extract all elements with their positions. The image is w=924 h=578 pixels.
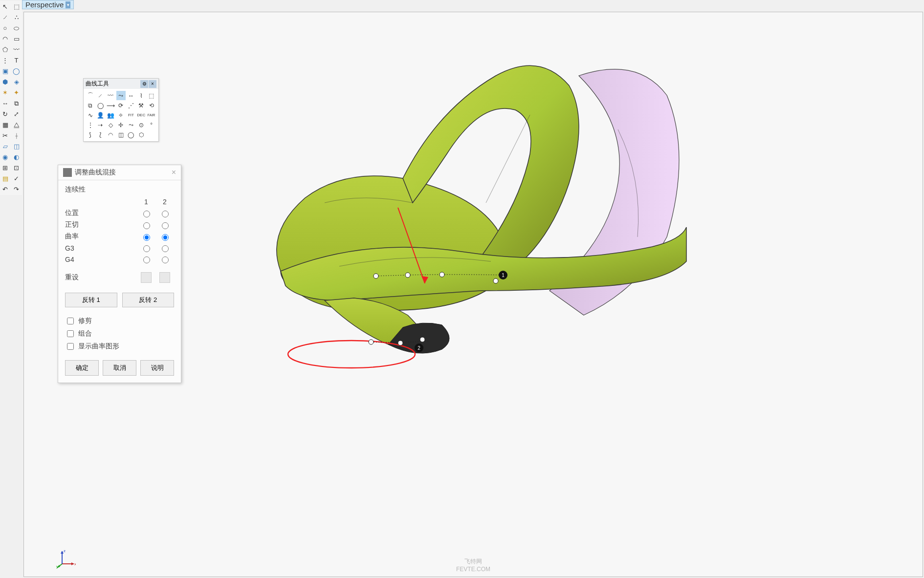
ok-button[interactable]: 确定 bbox=[65, 360, 99, 376]
fair-icon[interactable]: ✧ bbox=[116, 110, 126, 120]
nview-tool-icon[interactable]: ◫ bbox=[11, 141, 22, 151]
loft-icon[interactable]: ◈ bbox=[11, 77, 22, 87]
curve-tools-header[interactable]: 曲线工具 ⚙ × bbox=[84, 79, 158, 89]
g4-radio-2[interactable] bbox=[162, 257, 169, 263]
arc2-icon[interactable]: ◠ bbox=[106, 130, 115, 139]
arrows-icon[interactable]: ⇢ bbox=[96, 120, 105, 129]
changecrv-icon[interactable]: ⋰ bbox=[126, 101, 135, 110]
position-radio-1[interactable] bbox=[143, 211, 150, 217]
fillet-icon[interactable]: ⌒ bbox=[86, 91, 95, 100]
curve-tool-icon[interactable]: 〰 bbox=[11, 44, 22, 55]
cross-icon[interactable]: ✢ bbox=[116, 120, 126, 129]
tangent-radio-2[interactable] bbox=[162, 222, 169, 229]
copy-tool-icon[interactable]: ⧉ bbox=[11, 98, 22, 108]
rebuild-icon[interactable]: ⚒ bbox=[136, 101, 146, 110]
snap-tool-icon[interactable]: ⊡ bbox=[11, 163, 22, 173]
check-tool-icon[interactable]: ✓ bbox=[11, 173, 22, 184]
points-tool-icon[interactable]: ∴ bbox=[11, 12, 22, 22]
redo-tool-icon[interactable]: ↷ bbox=[11, 184, 22, 194]
close-icon[interactable]: × bbox=[149, 80, 156, 88]
g4-radio-1[interactable] bbox=[143, 257, 150, 263]
curve-tools-panel[interactable]: 曲线工具 ⚙ × ⌒ ⟋ 〰 ⤳ ↔ ⌇ ⬚ ⧉ ◯ ⟶ ⟳ ⋰ ⚒ ⟲ ∿ 👤… bbox=[83, 78, 159, 142]
move-tool-icon[interactable]: ↔ bbox=[0, 98, 10, 108]
trim-tool-icon[interactable]: ✂ bbox=[0, 130, 10, 141]
tangent-radio-1[interactable] bbox=[143, 222, 150, 229]
curvature-radio-1[interactable] bbox=[143, 234, 150, 241]
trim-checkbox[interactable] bbox=[67, 318, 74, 324]
match-icon[interactable]: ↔ bbox=[126, 91, 135, 100]
cyl-icon[interactable]: ◯ bbox=[126, 130, 135, 139]
split-tool-icon[interactable]: ⟊ bbox=[11, 130, 22, 141]
crv2-icon[interactable]: ⟅ bbox=[96, 130, 105, 139]
array-tool-icon[interactable]: ▦ bbox=[0, 120, 10, 130]
dots-icon[interactable]: ⋮ bbox=[86, 120, 95, 129]
rect-tool-icon[interactable]: ▭ bbox=[11, 34, 22, 44]
extend-icon[interactable]: ⟶ bbox=[106, 101, 115, 110]
layer-tool-icon[interactable]: ▤ bbox=[0, 173, 10, 184]
circle-tool-icon[interactable]: ○ bbox=[0, 23, 10, 33]
explode-icon[interactable]: ✶ bbox=[0, 87, 10, 98]
show-curvature-checkbox[interactable] bbox=[67, 343, 74, 350]
fair-label-icon[interactable]: FAIR bbox=[147, 110, 156, 120]
curvature-radio-2[interactable] bbox=[162, 234, 169, 241]
show-curvature-checkbox-row[interactable]: 显示曲率图形 bbox=[65, 342, 174, 351]
reset-button-2[interactable] bbox=[159, 272, 170, 283]
dialog-titlebar[interactable]: 调整曲线混接 × bbox=[58, 165, 181, 180]
refit-icon[interactable]: ⟲ bbox=[147, 101, 156, 110]
flip-2-button[interactable]: 反转 2 bbox=[122, 293, 175, 307]
position-radio-2[interactable] bbox=[162, 211, 169, 217]
adjust-blend-icon[interactable]: ⤳ bbox=[116, 91, 126, 100]
scale-tool-icon[interactable]: ⤢ bbox=[11, 109, 22, 119]
box-solid-icon[interactable]: ▣ bbox=[0, 66, 10, 76]
blend-curve-dialog[interactable]: 调整曲线混接 × 连续性 1 2 位置 正切 曲率 G3 G4 重设 bbox=[58, 165, 181, 383]
pt-edit-icon[interactable]: ⋮ bbox=[0, 55, 10, 65]
ribbon-icon[interactable]: ◯ bbox=[96, 101, 105, 110]
dec-label-icon[interactable]: DEC bbox=[136, 110, 146, 120]
mirror-tool-icon[interactable]: ⧋ bbox=[11, 120, 22, 130]
connect-icon[interactable]: ⌇ bbox=[136, 91, 146, 100]
text-tool-icon[interactable]: T bbox=[11, 55, 22, 65]
pointer-tool-icon[interactable]: ↖ bbox=[0, 1, 10, 12]
continue-icon[interactable]: ⟳ bbox=[116, 101, 126, 110]
grid-tool-icon[interactable]: ⊞ bbox=[0, 163, 10, 173]
cylinder-solid-icon[interactable]: ◯ bbox=[11, 66, 22, 76]
join-checkbox-row[interactable]: 组合 bbox=[65, 329, 174, 339]
viewport-dropdown-icon[interactable]: ▾ bbox=[66, 1, 70, 8]
close-icon[interactable]: × bbox=[172, 168, 176, 177]
chamfer-icon[interactable]: ⟋ bbox=[96, 91, 105, 100]
join-icon[interactable]: ✦ bbox=[11, 87, 22, 98]
render-tool-icon[interactable]: ◉ bbox=[0, 152, 10, 162]
reset-button-1[interactable] bbox=[141, 272, 152, 283]
cancel-button[interactable]: 取消 bbox=[103, 360, 136, 376]
hex-icon[interactable]: ⬡ bbox=[136, 130, 146, 139]
viewport-label[interactable]: Perspective ▾ bbox=[22, 0, 74, 9]
box2-icon[interactable]: ◫ bbox=[116, 130, 126, 139]
g3-radio-2[interactable] bbox=[162, 245, 169, 252]
person2-icon[interactable]: 👥 bbox=[106, 110, 115, 120]
smoothc-icon[interactable]: ∿ bbox=[86, 110, 95, 120]
undo-tool-icon[interactable]: ↶ bbox=[0, 184, 10, 194]
blend-icon[interactable]: 〰 bbox=[106, 91, 115, 100]
g3-radio-1[interactable] bbox=[143, 245, 150, 252]
lasso-tool-icon[interactable]: ⬚ bbox=[11, 1, 22, 12]
offsetn-icon[interactable]: ⧉ bbox=[86, 101, 95, 110]
rotate-tool-icon[interactable]: ↻ bbox=[0, 109, 10, 119]
orient-icon[interactable]: ⊙ bbox=[136, 120, 146, 129]
extrude-icon[interactable]: ⬢ bbox=[0, 77, 10, 87]
arc-tool-icon[interactable]: ◠ bbox=[0, 34, 10, 44]
polyline-tool-icon[interactable]: ⟋ bbox=[0, 12, 10, 22]
polygon-tool-icon[interactable]: ⬠ bbox=[0, 44, 10, 55]
diamond-icon[interactable]: ◇ bbox=[106, 120, 115, 129]
flip-1-button[interactable]: 反转 1 bbox=[65, 293, 117, 307]
cplane-tool-icon[interactable]: ▱ bbox=[0, 141, 10, 151]
offset-icon[interactable]: ⬚ bbox=[147, 91, 156, 100]
ellipse-tool-icon[interactable]: ⬭ bbox=[11, 23, 22, 33]
join-checkbox[interactable] bbox=[67, 330, 74, 337]
silhouette-icon[interactable]: 👤 bbox=[96, 110, 105, 120]
gear-icon[interactable]: ⚙ bbox=[140, 80, 148, 88]
crv1-icon[interactable]: ⟆ bbox=[86, 130, 95, 139]
fit-label-icon[interactable]: FIT bbox=[126, 110, 135, 120]
flow-icon[interactable]: ⤳ bbox=[126, 120, 135, 129]
deg-icon[interactable]: ° bbox=[147, 120, 156, 129]
shade-tool-icon[interactable]: ◐ bbox=[11, 152, 22, 162]
